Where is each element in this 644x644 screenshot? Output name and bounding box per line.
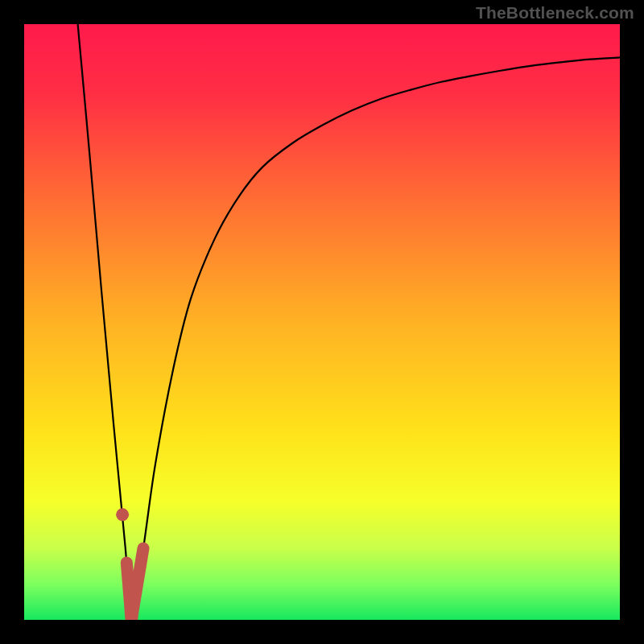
chart-frame: TheBottleneck.com xyxy=(0,0,644,644)
attribution-text: TheBottleneck.com xyxy=(476,3,634,23)
marker-dot xyxy=(116,508,129,521)
gradient-background xyxy=(24,24,620,620)
plot-area xyxy=(24,24,620,620)
bottleneck-chart xyxy=(24,24,620,620)
